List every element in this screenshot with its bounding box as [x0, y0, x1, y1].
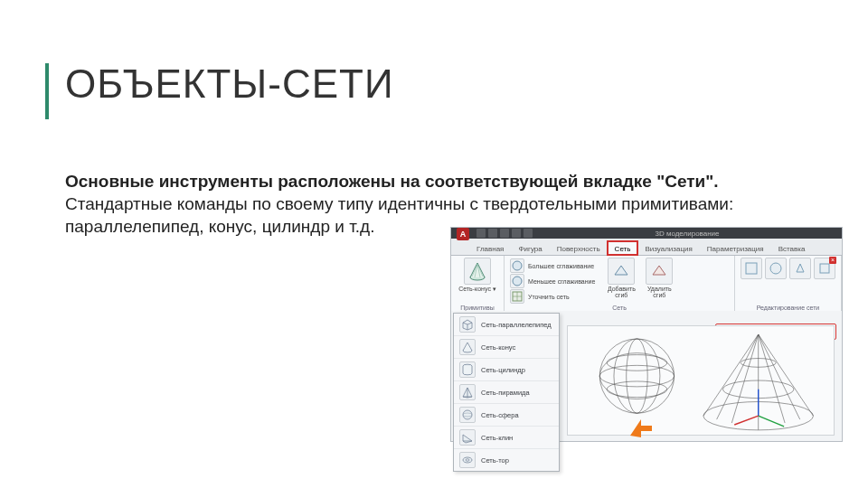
close-badge-icon: ×: [829, 257, 836, 264]
edit-icon-2[interactable]: [765, 258, 787, 279]
svg-point-13: [599, 339, 674, 413]
qat-icon[interactable]: [500, 229, 509, 238]
mesh-icon: [510, 289, 524, 304]
body-line1: Основные инструменты расположены на соот…: [65, 172, 719, 191]
pyramid-icon: [459, 384, 476, 400]
dd-torus[interactable]: Сеть-тор: [454, 449, 559, 471]
svg-rect-4: [746, 263, 757, 274]
svg-point-17: [614, 339, 660, 413]
qat-icon[interactable]: [512, 229, 521, 238]
cone-icon: [459, 339, 476, 355]
add-crease-button[interactable]: Добавить сгиб: [604, 258, 638, 298]
svg-point-14: [599, 365, 674, 387]
wireframe-scene-icon: [568, 326, 834, 435]
ribbon: Сеть-конус ▾ Примитивы Большее сглаживан…: [451, 256, 842, 313]
window-titlebar: A 3D моделирование: [451, 228, 842, 239]
tab-visualize[interactable]: Визуализация: [637, 241, 699, 255]
qat-icon[interactable]: [524, 229, 533, 238]
svg-point-16: [627, 339, 648, 413]
cursor-arrow-icon: [628, 418, 654, 437]
mesh-cone-label: Сеть-конус ▾: [458, 286, 496, 292]
tab-insert[interactable]: Вставка: [771, 241, 813, 255]
svg-point-1: [513, 261, 522, 270]
primitives-dropdown: Сеть-параллелепипед Сеть-конус Сеть-цили…: [453, 313, 560, 472]
svg-point-5: [770, 263, 781, 274]
dd-wedge[interactable]: Сеть-клин: [454, 427, 559, 449]
crease-add-icon: [608, 258, 635, 285]
svg-point-15: [599, 353, 674, 399]
window-title-text: 3D моделирование: [655, 230, 719, 238]
svg-point-2: [513, 277, 522, 286]
remove-crease-button[interactable]: Удалить сгиб: [642, 258, 676, 298]
dd-cylinder[interactable]: Сеть-цилиндр: [454, 359, 559, 381]
tab-param[interactable]: Параметризация: [700, 241, 771, 255]
tab-surface[interactable]: Поверхность: [550, 241, 608, 255]
model-viewport[interactable]: [567, 325, 835, 436]
wedge-icon: [459, 429, 476, 446]
edit-icon-3[interactable]: [789, 258, 811, 279]
sphere-icon: [510, 258, 524, 273]
qat-icon[interactable]: [476, 229, 486, 238]
edit-icon-4[interactable]: ×: [814, 258, 835, 279]
svg-point-12: [466, 459, 469, 461]
accent-bar: [45, 63, 49, 119]
svg-point-9: [463, 410, 472, 419]
sphere-icon: [510, 274, 524, 288]
crease-remove-icon: [646, 258, 673, 285]
app-logo: A: [457, 228, 469, 240]
qat-icon[interactable]: [488, 229, 497, 238]
tab-mesh[interactable]: Сеть: [608, 241, 638, 255]
tab-home[interactable]: Главная: [469, 241, 511, 255]
dd-pyramid[interactable]: Сеть-пирамида: [454, 381, 559, 404]
torus-icon: [459, 452, 476, 468]
ribbon-group-mesh: Большее сглаживание Меньшее сглаживание …: [505, 256, 735, 312]
refine-mesh-button[interactable]: Уточнить сеть: [510, 289, 595, 304]
dd-cone[interactable]: Сеть-конус: [454, 336, 559, 359]
svg-point-19: [607, 381, 667, 398]
box-icon: [459, 316, 476, 333]
autocad-screenshot: A 3D моделирование Главная Фигура Поверх…: [450, 227, 843, 442]
mesh-cone-button[interactable]: Сеть-конус ▾: [457, 258, 498, 292]
tab-shape[interactable]: Фигура: [511, 241, 549, 255]
sphere-icon: [459, 407, 476, 423]
edit-icon-1[interactable]: [741, 258, 762, 279]
smooth-less-button[interactable]: Меньшее сглаживание: [510, 274, 595, 288]
cone-icon: [464, 258, 491, 285]
slide-title: ОБЪЕКТЫ-СЕТИ: [65, 61, 394, 107]
dd-sphere[interactable]: Сеть-сфера: [454, 404, 559, 427]
quick-access-toolbar: [476, 229, 533, 238]
svg-line-25: [734, 416, 758, 425]
dd-box[interactable]: Сеть-параллелепипед: [454, 314, 559, 336]
svg-rect-6: [820, 264, 829, 273]
ribbon-tabs: Главная Фигура Поверхность Сеть Визуализ…: [451, 239, 842, 256]
ribbon-group-primitives: Сеть-конус ▾ Примитивы: [451, 256, 505, 312]
smooth-more-button[interactable]: Большее сглаживание: [510, 258, 595, 273]
svg-line-24: [759, 416, 784, 427]
svg-point-18: [607, 355, 667, 371]
ribbon-group-edit: × Редактирование сети: [735, 256, 842, 312]
cylinder-icon: [459, 361, 476, 378]
